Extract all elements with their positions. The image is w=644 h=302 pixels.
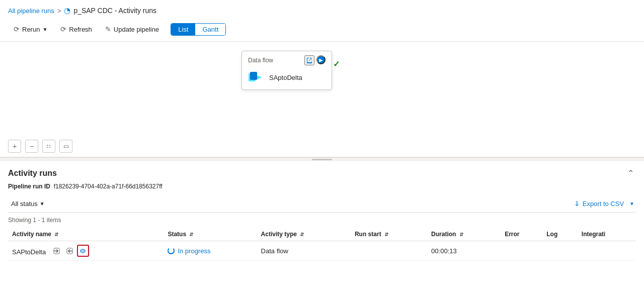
col-header-run-start: Run start ⇵ [351, 228, 427, 241]
list-view-button[interactable]: List [171, 24, 195, 35]
refresh-button[interactable]: ⟳ Refresh [55, 22, 98, 36]
card-header-left: Data flow [248, 57, 273, 64]
activity-card: Data flow ▶ SAptoDelta ✓ [242, 51, 332, 90]
sort-icon-run-start[interactable]: ⇵ [384, 232, 388, 237]
table-body: SAPtoDelta [8, 241, 636, 261]
export-right: ⇓ Export to CSV ▼ [571, 198, 636, 209]
status-filter-button[interactable]: All status ▼ [8, 198, 48, 209]
cell-duration: 00:00:13 [427, 241, 501, 261]
pipeline-run-id-label: Pipeline run ID [8, 183, 50, 190]
download-icon: ⇓ [574, 199, 580, 208]
items-count: Showing 1 - 1 items [8, 215, 636, 228]
gantt-view-button[interactable]: Gantt [195, 24, 225, 35]
col-header-status: Status ⇵ [164, 228, 257, 241]
sort-icon-activity-name[interactable]: ⇵ [54, 232, 58, 237]
table-row: SAPtoDelta [8, 241, 636, 261]
fullscreen-button[interactable]: ▭ [59, 140, 72, 153]
svg-rect-1 [250, 72, 257, 80]
breadcrumb-all-pipeline-runs[interactable]: All pipeline runs [8, 7, 54, 15]
col-header-activity-type: Activity type ⇵ [257, 228, 351, 241]
sort-icon-duration[interactable]: ⇵ [459, 232, 463, 237]
fit-view-button[interactable]: ∷ [42, 140, 55, 153]
card-header-icons: ▶ [304, 55, 326, 65]
sort-icon-status[interactable]: ⇵ [189, 232, 193, 237]
breadcrumb-separator: > [57, 7, 61, 15]
cell-log [542, 241, 578, 261]
rerun-button[interactable]: ⟳ Rerun ▼ [8, 22, 53, 36]
dataflow-monitor-icon[interactable] [77, 245, 89, 257]
col-header-integration: Integrati [578, 228, 636, 241]
resize-bar [312, 159, 332, 160]
dataflow-icon [248, 69, 264, 85]
in-progress-spinner [168, 247, 175, 254]
row-action-icons [51, 245, 89, 257]
pipeline-run-id-value: f1826239-4704-402a-a71f-66d1856327ff [54, 183, 163, 190]
svg-marker-2 [257, 75, 262, 79]
export-dropdown-icon: ▼ [629, 201, 634, 207]
export-chevron-button[interactable]: ▼ [628, 199, 636, 208]
cell-error [501, 241, 542, 261]
sort-icon-activity-type[interactable]: ⇵ [300, 232, 304, 237]
card-body: SAptoDelta [248, 69, 326, 85]
section-header: Activity runs ⌃ [8, 161, 636, 183]
cell-run-start [351, 241, 427, 261]
refresh-icon: ⟳ [60, 25, 66, 33]
col-header-duration: Duration ⇵ [427, 228, 501, 241]
rerun-icon: ⟳ [14, 25, 20, 33]
col-header-log: Log [542, 228, 578, 241]
cell-status: In progress [164, 241, 257, 261]
edit-icon: ✎ [105, 25, 111, 33]
update-pipeline-button[interactable]: ✎ Update pipeline [100, 22, 165, 36]
export-csv-button[interactable]: ⇓ Export to CSV [571, 198, 627, 209]
export-label: Export to CSV [583, 200, 624, 208]
cell-integration [578, 241, 636, 261]
breadcrumb: All pipeline runs > ◔ p_SAP CDC - Activi… [0, 0, 644, 19]
resize-handle[interactable] [0, 157, 644, 161]
pipeline-canvas: Data flow ▶ SAptoDelta ✓ [0, 42, 644, 157]
success-checkmark: ✓ [333, 59, 340, 69]
toolbar: ⟳ Rerun ▼ ⟳ Refresh ✎ Update pipeline Li… [0, 19, 644, 42]
collapse-button[interactable]: ⌃ [625, 167, 636, 179]
card-type-label: Data flow [248, 57, 273, 64]
cell-activity-type: Data flow [257, 241, 351, 261]
card-header: Data flow ▶ [248, 55, 326, 65]
pipeline-run-id: Pipeline run ID f1826239-4704-402a-a71f-… [8, 183, 636, 190]
rerun-chevron-icon: ▼ [42, 27, 47, 32]
col-header-activity-name: Activity name ⇵ [8, 228, 164, 241]
open-external-icon[interactable] [304, 55, 314, 65]
output-action-icon[interactable] [64, 245, 76, 257]
activity-runs-table: Activity name ⇵ Status ⇵ Activity type ⇵… [8, 228, 636, 261]
zoom-in-button[interactable]: + [8, 140, 21, 153]
pipeline-icon: ◔ [64, 6, 70, 15]
activity-name-text: SAPtoDelta [12, 248, 46, 256]
cell-activity-name: SAPtoDelta [8, 241, 164, 261]
zoom-out-button[interactable]: − [25, 140, 38, 153]
view-toggle: List Gantt [171, 23, 226, 36]
activity-card-name: SAptoDelta [269, 74, 302, 81]
update-pipeline-label: Update pipeline [114, 26, 159, 33]
status-filter-label: All status [11, 200, 38, 208]
filter-row: All status ▼ ⇓ Export to CSV ▼ [8, 195, 636, 213]
status-text: In progress [178, 247, 210, 255]
refresh-label: Refresh [69, 26, 92, 33]
col-header-error: Error [501, 228, 542, 241]
table-header: Activity name ⇵ Status ⇵ Activity type ⇵… [8, 228, 636, 241]
activity-runs-section: Activity runs ⌃ Pipeline run ID f1826239… [0, 161, 644, 269]
canvas-controls: + − ∷ ▭ [8, 140, 72, 153]
status-filter-chevron-icon: ▼ [40, 201, 45, 207]
run-status-icon[interactable]: ▶ [316, 55, 326, 64]
input-action-icon[interactable] [51, 245, 63, 257]
breadcrumb-current-page: p_SAP CDC - Activity runs [73, 7, 156, 15]
status-inprogress: In progress [168, 247, 253, 255]
section-title: Activity runs [8, 169, 57, 178]
rerun-label: Rerun [22, 26, 40, 33]
